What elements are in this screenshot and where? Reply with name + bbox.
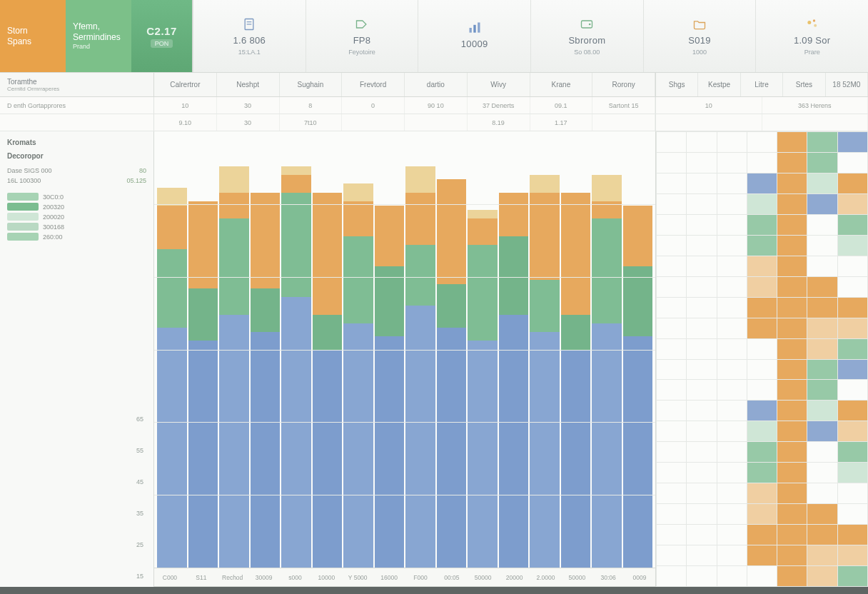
heat-cell[interactable] [657,256,686,276]
heat-cell[interactable] [747,421,777,441]
heat-cell[interactable] [657,380,686,400]
heat-cell[interactable] [717,360,747,380]
heat-cell[interactable] [687,256,716,276]
column-head[interactable]: Wivy [468,73,530,96]
kpi-tile-0[interactable]: 1.6 80615:LA.1 [193,0,306,72]
heat-cell[interactable] [838,463,867,483]
heat-cell[interactable] [777,298,807,318]
heat-cell[interactable] [777,545,807,565]
heat-cell[interactable] [687,360,716,380]
heat-cell[interactable] [807,504,837,524]
heat-cell[interactable] [807,194,837,214]
heat-cell[interactable] [807,153,837,173]
heat-cell[interactable] [807,132,837,152]
right-column-head[interactable]: 18 52M0 [826,73,868,96]
heat-cell[interactable] [657,215,686,235]
heat-cell[interactable] [838,256,867,276]
heat-cell[interactable] [657,504,686,524]
heat-cell[interactable] [807,566,837,586]
heat-cell[interactable] [838,566,867,586]
kpi-tile-5[interactable]: 1.09 SorPrare [755,0,868,72]
heat-cell[interactable] [687,173,716,193]
heat-cell[interactable] [838,339,867,359]
heat-cell[interactable] [807,339,837,359]
heat-cell[interactable] [687,525,716,545]
heat-cell[interactable] [687,566,716,586]
heat-cell[interactable] [777,380,807,400]
heat-cell[interactable] [657,442,686,462]
heat-cell[interactable] [838,545,867,565]
heat-cell[interactable] [717,298,747,318]
right-column-head[interactable]: Shgs [656,73,698,96]
column-head[interactable]: Frevtord [342,73,405,96]
heat-cell[interactable] [807,215,837,235]
heat-cell[interactable] [747,360,777,380]
heat-cell[interactable] [747,463,777,483]
heat-cell[interactable] [807,173,837,193]
kpi-tile-3[interactable]: SbroromSo 08.00 [530,0,643,72]
brand-tile-1[interactable]: Storn Spans [0,0,66,72]
heat-cell[interactable] [807,483,837,503]
heat-cell[interactable] [747,153,777,173]
heat-cell[interactable] [838,298,867,318]
heat-cell[interactable] [717,173,747,193]
brand-badge[interactable]: C2.17 PON [131,0,193,72]
heat-cell[interactable] [687,421,716,441]
heat-cell[interactable] [838,442,867,462]
heat-cell[interactable] [687,545,716,565]
heat-cell[interactable] [657,421,686,441]
heat-cell[interactable] [687,298,716,318]
heat-cell[interactable] [747,545,777,565]
heat-cell[interactable] [687,153,716,173]
heat-cell[interactable] [657,153,686,173]
heat-cell[interactable] [657,298,686,318]
kpi-tile-2[interactable]: 10009 [418,0,530,72]
heat-cell[interactable] [777,566,807,586]
heat-cell[interactable] [657,277,686,297]
column-head[interactable]: Calrertror [154,73,217,96]
heat-cell[interactable] [687,132,716,152]
heat-cell[interactable] [657,483,686,503]
heat-cell[interactable] [747,132,777,152]
heat-cell[interactable] [717,566,747,586]
heat-cell[interactable] [657,318,686,338]
column-head[interactable]: Sughain [280,73,343,96]
brand-tile-2[interactable]: Yfemn, Sermindines Prand [66,0,131,72]
heat-cell[interactable] [717,215,747,235]
heat-cell[interactable] [747,236,777,256]
heat-cell[interactable] [777,256,807,276]
heat-cell[interactable] [807,236,837,256]
column-head[interactable]: Rorony [592,73,655,96]
heat-cell[interactable] [717,153,747,173]
column-head[interactable]: Krane [530,73,593,96]
heat-cell[interactable] [747,277,777,297]
heat-cell[interactable] [747,194,777,214]
heat-cell[interactable] [657,566,686,586]
heat-cell[interactable] [717,380,747,400]
heat-cell[interactable] [717,318,747,338]
heat-cell[interactable] [777,504,807,524]
heat-cell[interactable] [777,401,807,421]
heat-cell[interactable] [777,153,807,173]
column-head[interactable]: Neshpt [217,73,280,96]
heat-cell[interactable] [807,360,837,380]
heat-cell[interactable] [717,483,747,503]
heat-cell[interactable] [838,236,867,256]
kpi-tile-4[interactable]: S0191000 [643,0,756,72]
heat-cell[interactable] [687,236,716,256]
heat-cell[interactable] [838,194,867,214]
heat-cell[interactable] [747,566,777,586]
heat-cell[interactable] [747,298,777,318]
heat-cell[interactable] [687,215,716,235]
heat-cell[interactable] [717,277,747,297]
heat-cell[interactable] [838,421,867,441]
heat-cell[interactable] [838,277,867,297]
heat-cell[interactable] [807,401,837,421]
heat-cell[interactable] [838,525,867,545]
heat-cell[interactable] [838,215,867,235]
heat-cell[interactable] [717,442,747,462]
heat-cell[interactable] [747,339,777,359]
heat-cell[interactable] [717,236,747,256]
heat-cell[interactable] [838,401,867,421]
heat-cell[interactable] [657,401,686,421]
